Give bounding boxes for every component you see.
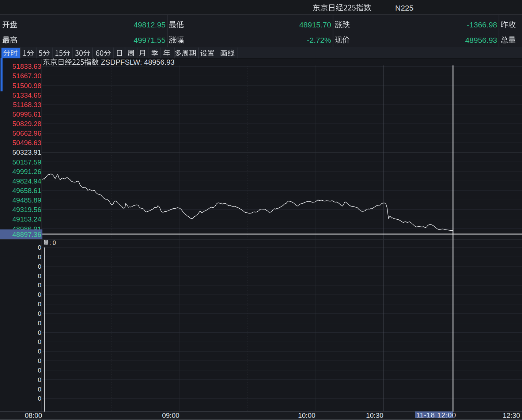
svg-text:48897.36: 48897.36 <box>12 231 41 238</box>
svg-text:49485.89: 49485.89 <box>12 196 41 204</box>
svg-text:0: 0 <box>38 367 41 374</box>
svg-text:11-18 12:00: 11-18 12:00 <box>416 411 456 419</box>
svg-text:0: 0 <box>38 244 41 251</box>
svg-text:50496.63: 50496.63 <box>12 139 41 147</box>
svg-text:51500.98: 51500.98 <box>12 82 41 90</box>
svg-text:49319.56: 49319.56 <box>12 206 41 213</box>
svg-text:10:00: 10:00 <box>298 412 315 419</box>
svg-text:0: 0 <box>38 338 41 345</box>
svg-text:0: 0 <box>38 357 41 364</box>
svg-text:0: 0 <box>38 291 41 298</box>
svg-text:51833.63: 51833.63 <box>12 63 41 70</box>
svg-text:0: 0 <box>38 386 41 393</box>
svg-text:-2.72%: -2.72% <box>307 36 331 44</box>
svg-text:49153.24: 49153.24 <box>12 215 42 223</box>
svg-text:0: 0 <box>38 301 41 308</box>
svg-text:49991.26: 49991.26 <box>12 168 41 175</box>
svg-text:0: 0 <box>38 320 41 327</box>
svg-text:49812.95: 49812.95 <box>133 20 166 29</box>
svg-text:51168.33: 51168.33 <box>13 101 41 109</box>
svg-text:50662.96: 50662.96 <box>12 129 41 137</box>
svg-text:50829.28: 50829.28 <box>12 120 41 128</box>
svg-text:49824.94: 49824.94 <box>12 177 42 185</box>
svg-text:0: 0 <box>38 395 41 402</box>
svg-text:08:00: 08:00 <box>25 412 42 419</box>
svg-text:0: 0 <box>38 348 41 355</box>
svg-text:50995.61: 50995.61 <box>12 110 41 118</box>
svg-text:-1366.98: -1366.98 <box>467 20 497 29</box>
svg-text:0: 0 <box>38 377 41 383</box>
svg-text:48915.70: 48915.70 <box>299 20 331 29</box>
svg-text:N225: N225 <box>395 4 413 12</box>
svg-text:50157.59: 50157.59 <box>12 158 41 166</box>
svg-text:51334.65: 51334.65 <box>12 91 41 99</box>
svg-text:0: 0 <box>38 273 41 280</box>
svg-text:10:30: 10:30 <box>366 412 383 419</box>
svg-text:49658.61: 49658.61 <box>12 187 41 194</box>
svg-text:0: 0 <box>38 310 41 317</box>
svg-text:0: 0 <box>38 282 41 289</box>
svg-text:51667.30: 51667.30 <box>12 72 41 80</box>
svg-text:49971.55: 49971.55 <box>133 36 166 44</box>
svg-text:0: 0 <box>38 263 41 270</box>
svg-text:: 0: : 0 <box>49 240 56 246</box>
svg-text:09:00: 09:00 <box>162 412 179 419</box>
svg-text:48956.93: 48956.93 <box>465 36 497 44</box>
svg-text:0: 0 <box>38 329 41 336</box>
svg-text:50323.91: 50323.91 <box>12 148 41 156</box>
svg-text:ZSDPFSLW: 48956.93: ZSDPFSLW: 48956.93 <box>101 58 175 66</box>
svg-text:0: 0 <box>38 254 41 261</box>
svg-text:12:30: 12:30 <box>503 412 520 419</box>
